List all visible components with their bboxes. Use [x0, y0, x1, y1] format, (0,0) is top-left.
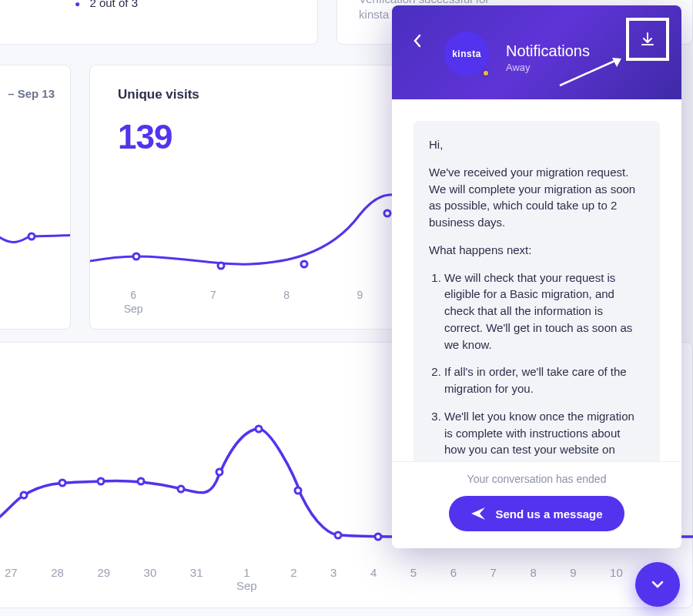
progress-card: ● 2 out of 3	[0, 0, 318, 45]
annotation-arrow-icon	[558, 56, 623, 87]
chat-collapse-fab[interactable]	[635, 562, 680, 607]
msg-greeting: Hi,	[429, 136, 644, 153]
unique-title: Unique visits	[118, 87, 369, 102]
unique-value: 139	[118, 118, 369, 156]
unique-sparkline	[90, 181, 398, 281]
svg-point-3	[218, 263, 224, 269]
bx-2: 29	[97, 566, 110, 592]
unique-visits-card: Unique visits 139 6 Sep 7 8 9	[89, 65, 397, 330]
download-icon	[639, 31, 656, 48]
bx-10: 6	[450, 566, 457, 592]
svg-point-2	[133, 253, 139, 259]
bullet-icon: ●	[75, 0, 80, 9]
download-transcript-button[interactable]	[626, 18, 669, 61]
msg-step-2: If all's in order, we'll take care of th…	[444, 363, 644, 397]
bx-11: 7	[490, 566, 497, 592]
send-icon	[470, 507, 486, 521]
svg-point-15	[335, 532, 341, 538]
msg-step-3: We'll let you know once the migration is…	[444, 408, 644, 461]
bx-1: 28	[51, 566, 64, 592]
bx-8: 4	[370, 566, 377, 592]
svg-point-7	[21, 492, 27, 498]
chat-header: kinsta Notifications Away	[392, 5, 681, 99]
bx-0: 27	[5, 566, 18, 592]
svg-point-5	[384, 210, 390, 216]
chat-status: Away	[506, 62, 531, 73]
progress-label: 2 out of 3	[89, 0, 138, 9]
avatar-brand: kinsta	[452, 49, 481, 59]
bx-4: 31	[190, 566, 203, 592]
svg-point-9	[98, 478, 104, 484]
uniq-x-0: 6	[130, 289, 136, 301]
send-message-button[interactable]: Send us a message	[449, 496, 624, 531]
uniq-month: Sep	[124, 303, 143, 315]
conversation-ended-label: Your conversation has ended	[407, 473, 666, 485]
bx-3: 30	[144, 566, 157, 592]
svg-point-14	[295, 487, 301, 494]
uniq-x-3: 9	[357, 289, 363, 315]
uniq-x-1: 7	[210, 289, 216, 315]
chat-footer: Your conversation has ended Send us a me…	[392, 461, 681, 548]
svg-point-4	[301, 261, 307, 267]
lower-xaxis: 27 28 29 30 31 1 Sep 2 3 4 5 6 7 8 9 10 …	[5, 566, 669, 592]
svg-point-8	[59, 480, 65, 486]
svg-point-11	[178, 486, 184, 492]
message-bubble: Hi, We've received your migration reques…	[413, 121, 660, 461]
msg-p1: We've received your migration request. W…	[429, 164, 644, 231]
bx-9: 5	[410, 566, 417, 592]
chat-title: Notifications	[506, 42, 590, 60]
chat-body[interactable]: Hi, We've received your migration reques…	[392, 99, 681, 461]
chat-back-button[interactable]	[410, 33, 429, 52]
bx-5: 1	[243, 566, 249, 579]
bx-month: Sep	[236, 579, 257, 592]
chevron-left-icon	[410, 33, 426, 49]
send-label: Send us a message	[495, 507, 602, 521]
date-range: – Sep 13	[0, 87, 55, 100]
prev-period-card: – Sep 13 12	[0, 65, 71, 330]
svg-point-1	[28, 233, 35, 239]
bx-14: 10	[610, 566, 623, 592]
svg-point-16	[375, 534, 381, 540]
svg-line-17	[560, 59, 618, 85]
svg-point-12	[216, 469, 223, 475]
bx-6: 2	[290, 566, 296, 592]
bx-12: 8	[530, 566, 536, 592]
chat-panel: kinsta Notifications Away Hi, We've rece…	[392, 5, 681, 548]
svg-point-10	[138, 478, 144, 484]
svg-point-13	[256, 426, 262, 432]
msg-p2: What happens next:	[429, 242, 644, 259]
bx-7: 3	[330, 566, 336, 592]
bx-13: 9	[570, 566, 576, 592]
msg-step-1: We will check that your request is eligi…	[444, 270, 644, 353]
presence-dot-icon	[482, 69, 490, 77]
prev-sparkline	[0, 159, 70, 283]
uniq-x-2: 8	[283, 289, 290, 315]
avatar: kinsta	[444, 32, 489, 76]
chevron-down-icon	[650, 577, 665, 592]
